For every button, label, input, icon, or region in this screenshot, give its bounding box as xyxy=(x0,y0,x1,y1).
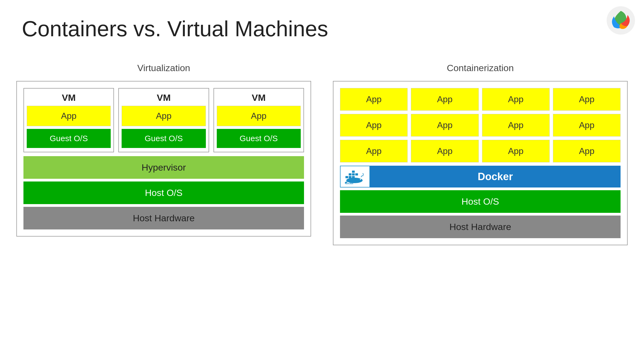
svg-point-9 xyxy=(360,179,361,180)
svg-rect-7 xyxy=(352,171,355,173)
app-grid-item-8: App xyxy=(340,140,408,162)
app-grid-item-1: App xyxy=(411,88,479,111)
svg-rect-5 xyxy=(352,173,355,175)
cont-host-os-box: Host O/S xyxy=(340,190,621,213)
containerization-box: App App App App App App App App App App … xyxy=(333,81,628,245)
virtualization-box: VM App Guest O/S VM App Guest O/S VM App… xyxy=(16,81,311,237)
svg-rect-6 xyxy=(355,173,358,175)
app-grid-item-5: App xyxy=(411,114,479,137)
vm1-app: App xyxy=(27,106,111,126)
virtualization-diagram: Virtualization VM App Guest O/S VM App G… xyxy=(16,63,311,245)
app-grid-item-6: App xyxy=(482,114,550,137)
svg-rect-4 xyxy=(349,173,351,175)
containerization-label: Containerization xyxy=(447,63,514,73)
vm1-guest-os: Guest O/S xyxy=(27,129,111,148)
virt-host-os-box: Host O/S xyxy=(23,181,304,204)
app-grid-item-9: App xyxy=(411,140,479,162)
app-grid-item-11: App xyxy=(553,140,621,162)
vm-box-2: VM App Guest O/S xyxy=(118,88,209,152)
app-grid-item-2: App xyxy=(482,88,550,111)
hypervisor-box: Hypervisor xyxy=(23,156,304,179)
docker-label: Docker xyxy=(370,166,621,187)
vm-box-1: VM App Guest O/S xyxy=(23,88,114,152)
vm-box-3: VM App Guest O/S xyxy=(213,88,304,152)
apps-grid: App App App App App App App App App App … xyxy=(340,88,621,162)
virtualization-label: Virtualization xyxy=(137,63,190,73)
app-logo xyxy=(606,5,636,35)
vm-title-3: VM xyxy=(252,92,266,103)
app-grid-item-3: App xyxy=(553,88,621,111)
vm-title-1: VM xyxy=(62,92,76,103)
page-title: Containers vs. Virtual Machines xyxy=(22,16,328,41)
vm2-guest-os: Guest O/S xyxy=(122,129,206,148)
app-grid-item-10: App xyxy=(482,140,550,162)
docker-row: docker Docker xyxy=(340,166,621,187)
docker-logo-box: docker xyxy=(340,166,370,187)
svg-text:docker: docker xyxy=(345,182,354,185)
docker-logo-icon: docker xyxy=(344,168,366,185)
vm3-guest-os: Guest O/S xyxy=(217,129,301,148)
vm3-app: App xyxy=(217,106,301,126)
diagrams-container: Virtualization VM App Guest O/S VM App G… xyxy=(16,63,628,245)
app-grid-item-0: App xyxy=(340,88,408,111)
vm-title-2: VM xyxy=(157,92,171,103)
cont-host-hw-box: Host Hardware xyxy=(340,216,621,238)
svg-rect-2 xyxy=(349,176,351,178)
virt-host-hw-box: Host Hardware xyxy=(23,207,304,229)
containerization-diagram: Containerization App App App App App App… xyxy=(333,63,628,245)
app-grid-item-4: App xyxy=(340,114,408,137)
vm-row: VM App Guest O/S VM App Guest O/S VM App… xyxy=(23,88,304,152)
vm2-app: App xyxy=(122,106,206,126)
svg-rect-1 xyxy=(345,176,348,178)
app-grid-item-7: App xyxy=(553,114,621,137)
